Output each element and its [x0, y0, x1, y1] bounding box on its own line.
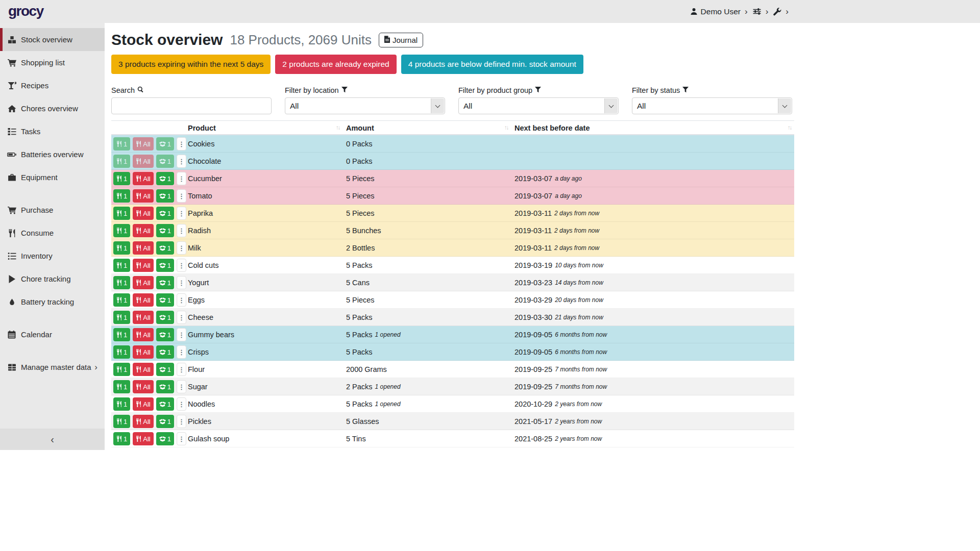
column-header-amount[interactable]: Amount: [346, 124, 374, 132]
open-one-button[interactable]: 1: [156, 276, 174, 289]
consume-one-button[interactable]: 1: [113, 137, 130, 151]
row-more-menu-button[interactable]: ⋮: [177, 432, 186, 445]
open-one-button[interactable]: 1: [156, 293, 174, 307]
consume-all-button[interactable]: All: [133, 224, 153, 237]
consume-all-button[interactable]: All: [133, 363, 153, 376]
consume-all-button[interactable]: All: [133, 397, 153, 411]
consume-one-button[interactable]: 1: [113, 276, 130, 289]
consume-one-button[interactable]: 1: [113, 380, 130, 393]
product-cell[interactable]: Pickles: [188, 413, 211, 430]
consume-all-button[interactable]: All: [133, 137, 153, 151]
row-more-menu-button[interactable]: ⋮: [177, 328, 186, 341]
sidebar-item-recipes[interactable]: Recipes ›: [0, 74, 105, 97]
consume-one-button[interactable]: 1: [113, 345, 130, 359]
sort-icon[interactable]: ↑↓: [336, 124, 340, 131]
row-more-menu-button[interactable]: ⋮: [177, 397, 186, 411]
sidebar-collapse-button[interactable]: ‹: [0, 429, 105, 450]
open-one-button[interactable]: 1: [156, 259, 174, 272]
product-cell[interactable]: Cold cuts: [188, 257, 218, 274]
admin-menu[interactable]: ›: [773, 7, 789, 16]
consume-one-button[interactable]: 1: [113, 311, 130, 324]
open-one-button[interactable]: 1: [156, 224, 174, 237]
product-cell[interactable]: Tomato: [188, 187, 212, 205]
consume-all-button[interactable]: All: [133, 259, 153, 272]
sidebar-item-inventory[interactable]: Inventory ›: [0, 244, 105, 267]
consume-all-button[interactable]: All: [133, 345, 153, 359]
open-one-button[interactable]: 1: [156, 311, 174, 324]
consume-one-button[interactable]: 1: [113, 224, 130, 237]
consume-one-button[interactable]: 1: [113, 155, 130, 168]
open-one-button[interactable]: 1: [156, 345, 174, 359]
row-more-menu-button[interactable]: ⋮: [177, 311, 186, 324]
sidebar-item-consume[interactable]: Consume ›: [0, 221, 105, 244]
product-cell[interactable]: Flour: [188, 361, 205, 378]
row-more-menu-button[interactable]: ⋮: [177, 241, 186, 255]
column-header-product[interactable]: Product: [188, 124, 216, 132]
product-cell[interactable]: Cookies: [188, 135, 214, 153]
sort-icon[interactable]: ↑↓: [504, 124, 508, 131]
row-more-menu-button[interactable]: ⋮: [177, 224, 186, 237]
product-cell[interactable]: Crisps: [188, 343, 209, 361]
consume-all-button[interactable]: All: [133, 328, 153, 341]
row-more-menu-button[interactable]: ⋮: [177, 415, 186, 428]
expired-badge[interactable]: 2 products are already expired: [275, 55, 396, 74]
product-cell[interactable]: Eggs: [188, 291, 205, 309]
sidebar-item-purchase[interactable]: Purchase ›: [0, 198, 105, 221]
user-menu[interactable]: Demo User ›: [690, 7, 748, 16]
consume-all-button[interactable]: All: [133, 207, 153, 220]
product-cell[interactable]: Milk: [188, 239, 201, 257]
row-more-menu-button[interactable]: ⋮: [177, 259, 186, 272]
consume-all-button[interactable]: All: [133, 155, 153, 168]
open-one-button[interactable]: 1: [156, 363, 174, 376]
open-one-button[interactable]: 1: [156, 155, 174, 168]
open-one-button[interactable]: 1: [156, 172, 174, 185]
product-cell[interactable]: Cheese: [188, 309, 213, 326]
row-more-menu-button[interactable]: ⋮: [177, 380, 186, 393]
row-more-menu-button[interactable]: ⋮: [177, 293, 186, 307]
consume-one-button[interactable]: 1: [113, 259, 130, 272]
product-cell[interactable]: Paprika: [188, 205, 213, 222]
consume-all-button[interactable]: All: [133, 293, 153, 307]
settings-menu[interactable]: ›: [753, 7, 769, 16]
consume-all-button[interactable]: All: [133, 432, 153, 445]
column-header-next-best-before-date[interactable]: Next best before date: [514, 124, 590, 132]
sidebar-item-manage-master-data[interactable]: Manage master data ›: [0, 356, 105, 379]
location-select[interactable]: All: [285, 97, 445, 114]
consume-all-button[interactable]: All: [133, 276, 153, 289]
sidebar-item-calendar[interactable]: Calendar ›: [0, 323, 105, 346]
product-cell[interactable]: Sugar: [188, 378, 208, 395]
consume-all-button[interactable]: All: [133, 189, 153, 203]
product-cell[interactable]: Cucumber: [188, 170, 222, 187]
row-more-menu-button[interactable]: ⋮: [177, 172, 186, 185]
consume-one-button[interactable]: 1: [113, 363, 130, 376]
product-cell[interactable]: Yogurt: [188, 274, 209, 291]
consume-one-button[interactable]: 1: [113, 328, 130, 341]
sidebar-item-tasks[interactable]: Tasks ›: [0, 120, 105, 143]
sidebar-item-chores-overview[interactable]: Chores overview ›: [0, 97, 105, 120]
product-cell[interactable]: Noodles: [188, 395, 215, 413]
open-one-button[interactable]: 1: [156, 380, 174, 393]
open-one-button[interactable]: 1: [156, 189, 174, 203]
consume-all-button[interactable]: All: [133, 311, 153, 324]
product-cell[interactable]: Radish: [188, 222, 211, 239]
open-one-button[interactable]: 1: [156, 207, 174, 220]
row-more-menu-button[interactable]: ⋮: [177, 189, 186, 203]
row-more-menu-button[interactable]: ⋮: [177, 345, 186, 359]
sidebar-item-shopping-list[interactable]: Shopping list ›: [0, 51, 105, 74]
product-cell[interactable]: Gulash soup: [188, 430, 229, 447]
consume-all-button[interactable]: All: [133, 380, 153, 393]
expiring-soon-badge[interactable]: 3 products expiring within the next 5 da…: [111, 55, 271, 74]
journal-button[interactable]: Journal: [379, 33, 423, 47]
open-one-button[interactable]: 1: [156, 137, 174, 151]
consume-one-button[interactable]: 1: [113, 415, 130, 428]
open-one-button[interactable]: 1: [156, 328, 174, 341]
consume-all-button[interactable]: All: [133, 241, 153, 255]
consume-one-button[interactable]: 1: [113, 207, 130, 220]
consume-one-button[interactable]: 1: [113, 241, 130, 255]
row-more-menu-button[interactable]: ⋮: [177, 137, 186, 151]
sidebar-item-equipment[interactable]: Equipment ›: [0, 166, 105, 189]
below-min-stock-badge[interactable]: 4 products are below defined min. stock …: [401, 55, 583, 74]
consume-all-button[interactable]: All: [133, 172, 153, 185]
row-more-menu-button[interactable]: ⋮: [177, 155, 186, 168]
sidebar-item-chore-tracking[interactable]: Chore tracking ›: [0, 267, 105, 290]
